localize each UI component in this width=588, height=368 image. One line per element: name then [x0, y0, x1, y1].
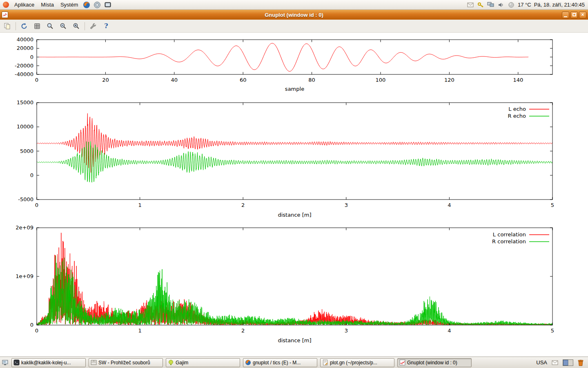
distributor-logo-icon	[3, 2, 9, 8]
task-button-file-manager[interactable]: SW - Prohlížeč souborů	[89, 358, 163, 367]
workspace-switcher[interactable]	[563, 359, 573, 366]
clock-label[interactable]: Pá, 18. září, 21:40:45	[534, 2, 585, 8]
chart-correlation[interactable]: 01234501e+092e+09distance [m]L correlati…	[0, 221, 588, 348]
panel-menu-area: Aplikace Místa Systém	[0, 0, 113, 9]
legend-label: L echo	[508, 106, 526, 112]
y-tick-label: 2e+09	[16, 224, 33, 231]
show-desktop-icon[interactable]	[2, 359, 9, 366]
top-panel: Aplikace Místa Systém	[0, 0, 588, 10]
zoom-previous-icon[interactable]	[45, 21, 55, 31]
y-tick-label: -40000	[15, 71, 33, 77]
window-titlebar[interactable]: Gnuplot (window id : 0) ×	[0, 10, 588, 20]
menu-applications[interactable]: Aplikace	[11, 0, 38, 9]
maximize-button[interactable]	[570, 11, 578, 18]
toolbar-separator	[16, 22, 16, 30]
series-r-echo	[37, 141, 552, 182]
trash-icon[interactable]	[577, 359, 584, 366]
x-tick-label: 5	[551, 202, 554, 208]
task-button-gajim[interactable]: Gajim	[166, 358, 240, 367]
x-tick-label: 20	[102, 77, 109, 83]
terminal-icon	[13, 359, 20, 366]
x-tick-label: 2	[241, 202, 245, 208]
series-signal	[37, 43, 528, 72]
x-tick-label: 5	[551, 328, 554, 334]
x-tick-label: 4	[448, 202, 451, 208]
task-button-gnuplot[interactable]: Gnuplot (window id : 0)	[397, 358, 472, 367]
task-button-firefox[interactable]: gnuplot / tics (E) - M...	[243, 358, 317, 367]
toolbar-separator	[85, 22, 85, 30]
task-button-editor[interactable]: plot.gn (~/projects/p...	[320, 358, 394, 367]
x-tick-label: 120	[444, 77, 454, 83]
help-launcher-icon[interactable]	[93, 0, 102, 9]
task-label: gnuplot / tics (E) - M...	[253, 360, 301, 366]
chart-echo[interactable]: 012345-5000050001000015000distance [m]L …	[0, 94, 588, 221]
y-tick-label: 0	[30, 54, 33, 60]
chart-sample-waveform[interactable]: 020406080100120140-40000-200000200004000…	[0, 33, 588, 94]
window-list: kaklik@kaklik-kolej-u... SW - Prohlížeč …	[11, 358, 472, 367]
x-tick-label: 4	[448, 328, 451, 334]
screenshot-launcher-icon[interactable]	[103, 0, 112, 9]
zoom-out-icon[interactable]	[58, 21, 68, 31]
refresh-icon[interactable]	[19, 21, 29, 31]
plot-border	[37, 228, 552, 325]
weather-tray-icon[interactable]	[508, 1, 515, 9]
task-label: SW - Prohlížeč souborů	[98, 360, 150, 366]
copy-icon[interactable]	[2, 21, 12, 31]
x-axis-label: distance [m]	[278, 337, 311, 343]
series-group	[37, 113, 552, 182]
x-axis-label: sample	[285, 86, 304, 92]
menu-places-label: Místa	[41, 2, 54, 8]
menu-system[interactable]: Systém	[57, 0, 81, 9]
firefox-launcher-icon[interactable]	[82, 0, 91, 9]
x-tick-label: 3	[345, 328, 348, 334]
series-r-correlation	[37, 256, 552, 325]
x-tick-label: 140	[513, 77, 523, 83]
mail-notification-icon[interactable]	[551, 359, 559, 366]
plot-border	[37, 103, 552, 200]
x-tick-label: 40	[171, 77, 178, 83]
grid-icon[interactable]	[32, 21, 42, 31]
help-icon[interactable]: ?	[101, 21, 111, 31]
menu-places[interactable]: Místa	[38, 0, 57, 9]
window-controls: ×	[562, 11, 586, 18]
x-tick-label: 2	[241, 328, 245, 334]
menu-system-label: Systém	[60, 2, 78, 8]
y-tick-label: 10000	[17, 123, 33, 130]
x-tick-label: 0	[35, 77, 38, 83]
x-tick-label: 0	[35, 202, 38, 208]
y-tick-label: 0	[30, 322, 33, 328]
display-tray-icon[interactable]	[487, 1, 494, 9]
gnuplot-canvas[interactable]: 020406080100120140-40000-200000200004000…	[0, 33, 588, 357]
gajim-icon	[168, 359, 174, 366]
y-tick-label: 0	[30, 172, 33, 178]
gnuplot-toolbar: ?	[0, 20, 588, 33]
taskbar-right-area: USA	[536, 359, 586, 366]
configure-icon[interactable]	[88, 21, 98, 31]
task-label: Gajim	[176, 360, 188, 366]
task-label: Gnuplot (window id : 0)	[407, 360, 457, 366]
x-tick-label: 3	[345, 202, 348, 208]
mail-tray-icon[interactable]	[467, 1, 474, 9]
y-tick-label: -5000	[18, 196, 33, 202]
temperature-label: 17 °C	[518, 2, 531, 8]
keyboard-layout-indicator[interactable]: USA	[536, 359, 547, 366]
keyring-tray-icon[interactable]	[477, 1, 484, 9]
bottom-taskbar: kaklik@kaklik-kolej-u... SW - Prohlížeč …	[0, 357, 588, 368]
volume-tray-icon[interactable]	[497, 1, 505, 9]
close-button[interactable]: ×	[579, 11, 586, 18]
legend-label: R correlation	[492, 238, 526, 245]
y-tick-label: 20000	[17, 45, 33, 51]
gnuplot-icon	[399, 359, 405, 366]
task-button-terminal[interactable]: kaklik@kaklik-kolej-u...	[11, 358, 86, 367]
zoom-in-icon[interactable]	[71, 21, 81, 31]
x-tick-label: 1	[138, 328, 141, 334]
x-tick-label: 0	[35, 328, 38, 334]
legend-label: R echo	[508, 113, 526, 119]
legend-label: L correlation	[493, 231, 526, 238]
y-tick-label: 40000	[17, 36, 33, 43]
minimize-button[interactable]	[562, 11, 569, 18]
menu-applications-label: Aplikace	[14, 2, 34, 8]
file-manager-icon	[91, 359, 97, 366]
firefox-icon	[245, 359, 251, 366]
panel-tray-area: 17 °C Pá, 18. září, 21:40:45	[467, 0, 588, 9]
